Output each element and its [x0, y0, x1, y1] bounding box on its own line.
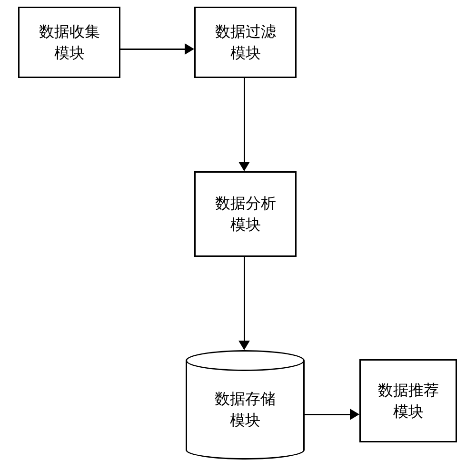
cylinder-body: 数据存储 模块: [186, 361, 305, 460]
data-filter-box: 数据过滤 模块: [194, 7, 297, 78]
data-analysis-label-1: 数据分析: [215, 193, 276, 214]
arrow-head-storage-to-recommend: [350, 409, 359, 420]
data-recommend-label-1: 数据推荐: [378, 380, 439, 401]
arrow-head-filter-to-analysis: [238, 162, 250, 171]
data-collection-label-1: 数据收集: [39, 21, 100, 42]
data-recommend-box: 数据推荐 模块: [359, 359, 457, 442]
data-storage-label-2: 模块: [230, 410, 260, 431]
data-collection-box: 数据收集 模块: [18, 7, 120, 78]
arrow-head-collection-to-filter: [185, 43, 194, 55]
cylinder-top: [186, 350, 305, 371]
arrow-head-analysis-to-storage: [238, 341, 250, 350]
arrow-filter-to-analysis: [244, 78, 245, 164]
data-storage-label-1: 数据存储: [215, 388, 276, 410]
data-filter-label-1: 数据过滤: [215, 21, 276, 42]
data-analysis-label-2: 模块: [230, 214, 261, 235]
data-collection-label-2: 模块: [54, 42, 85, 64]
arrow-storage-to-recommend: [305, 414, 351, 415]
data-analysis-box: 数据分析 模块: [194, 171, 297, 257]
arrow-analysis-to-storage: [244, 257, 245, 343]
data-recommend-label-2: 模块: [393, 401, 424, 422]
data-filter-label-2: 模块: [230, 42, 261, 64]
arrow-collection-to-filter: [120, 49, 186, 50]
data-storage-cylinder: 数据存储 模块: [186, 350, 305, 460]
